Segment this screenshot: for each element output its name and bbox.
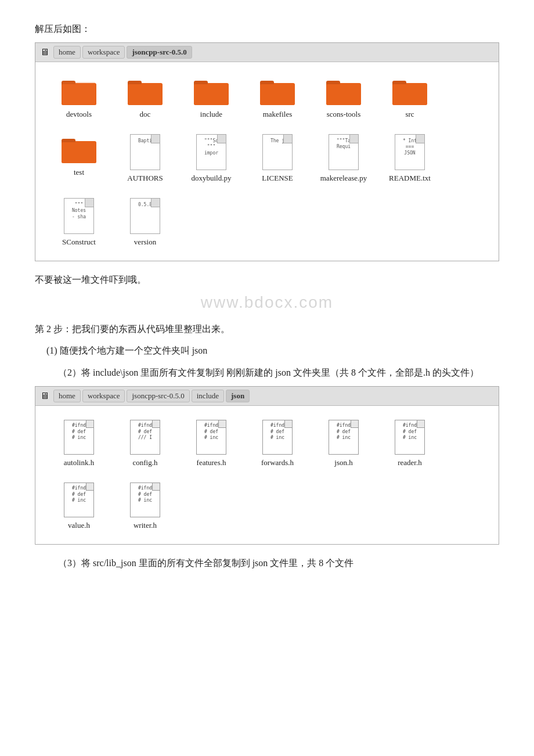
svg-rect-6 <box>128 84 163 105</box>
file-icon-sconstruct: """Notes- sha <box>64 198 94 234</box>
folder-makefiles: makefiles <box>246 71 309 124</box>
file-icon-json: #ifnd# def# inc <box>329 420 359 455</box>
no-scare-text: 不要被这一堆文件吓到哦。 <box>35 272 499 287</box>
file-config-label: config.h <box>133 458 158 467</box>
file-autolink-label: autolink.h <box>64 458 94 467</box>
file-sconstruct: """Notes- sha SConstruct <box>47 193 111 251</box>
folder-icon-include <box>193 76 230 106</box>
folder-icon-makefiles <box>259 76 296 106</box>
window-icon-2: 🖥 <box>40 391 49 401</box>
svg-rect-15 <box>326 84 361 105</box>
svg-rect-21 <box>62 142 96 163</box>
breadcrumb-jsoncpp-2[interactable]: jsoncpp-src-0.5.0 <box>127 390 189 402</box>
step2-sub2: （2）将 include\json 里面所有文件复制到 刚刚新建的 json 文… <box>35 365 499 380</box>
file-reader-label: reader.h <box>398 458 422 467</box>
file-makerelease-label: makerelease.py <box>320 174 367 183</box>
folder-include-label: include <box>200 110 222 119</box>
breadcrumb-workspace-1[interactable]: workspace <box>82 46 125 59</box>
folder-src: src <box>378 71 442 124</box>
browser-content-2: #ifnd# def# inc autolink.h #ifnd# def///… <box>35 406 499 544</box>
file-version-label: version <box>134 237 156 247</box>
file-icon-authors: Bapti <box>130 134 160 170</box>
folder-icon-scons-tools <box>325 76 362 106</box>
file-browser-2: 🖥 home workspace jsoncpp-src-0.5.0 inclu… <box>35 386 499 545</box>
intro-label: 解压后如图： <box>35 23 499 35</box>
file-icon-doxybuild: """Sc"""impor <box>196 134 226 170</box>
folder-scons-tools: scons-tools <box>312 71 376 124</box>
step2-sub1: (1) 随便找个地方建一个空文件夹叫 json <box>35 343 499 358</box>
folder-include: include <box>179 71 243 124</box>
file-doxybuild: """Sc"""impor doxybuild.py <box>179 129 243 188</box>
file-version: 0.5.8 version <box>113 193 177 251</box>
svg-rect-3 <box>63 82 95 104</box>
folder-icon-devtools <box>60 76 98 106</box>
file-authors: Bapti AUTHORS <box>113 129 177 188</box>
svg-rect-9 <box>194 84 229 105</box>
file-readme-label: README.txt <box>389 174 431 183</box>
file-forwards-label: forwards.h <box>261 458 294 467</box>
file-icon-forwards: #ifnd# def# inc <box>262 420 293 455</box>
file-license: The j LICENSE <box>246 129 309 188</box>
browser-content-1: devtools doc include makefiles scons-t <box>35 62 499 261</box>
window-icon: 🖥 <box>40 47 49 57</box>
file-icon-reader: #ifnd# def# inc <box>395 420 425 455</box>
file-writer: #ifnd# def# inc writer.h <box>113 478 177 535</box>
file-authors-label: AUTHORS <box>127 174 163 183</box>
file-value-label: value.h <box>68 521 90 530</box>
breadcrumb-include-2[interactable]: include <box>192 390 224 402</box>
file-makerelease: """TaRequi makerelease.py <box>312 129 376 188</box>
file-icon-config: #ifnd# def/// I <box>130 420 160 455</box>
breadcrumb-home-2[interactable]: home <box>53 390 81 402</box>
file-icon-version: 0.5.8 <box>130 198 160 234</box>
folder-icon-test <box>60 134 98 164</box>
breadcrumb-bar-1: 🖥 home workspace jsoncpp-src-0.5.0 <box>35 43 499 62</box>
file-readme: * Int===JSON README.txt <box>378 129 442 188</box>
folder-src-label: src <box>405 110 414 119</box>
folder-doc: doc <box>113 71 177 124</box>
watermark: www.bdocx.com <box>35 293 499 312</box>
file-reader: #ifnd# def# inc reader.h <box>378 415 442 472</box>
file-writer-label: writer.h <box>134 521 157 530</box>
breadcrumb-bar-2: 🖥 home workspace jsoncpp-src-0.5.0 inclu… <box>35 387 499 406</box>
file-features-label: features.h <box>197 458 226 467</box>
file-features: #ifnd# def# inc features.h <box>179 415 243 472</box>
svg-rect-12 <box>260 84 295 105</box>
folder-devtools-label: devtools <box>66 110 92 119</box>
folder-devtools: devtools <box>47 71 111 124</box>
svg-rect-18 <box>392 84 427 105</box>
file-config: #ifnd# def/// I config.h <box>113 415 177 472</box>
file-json-label: json.h <box>334 458 352 467</box>
file-json: #ifnd# def# inc json.h <box>312 415 376 472</box>
file-value: #ifnd# def# inc value.h <box>47 478 111 535</box>
folder-test-label: test <box>74 168 84 177</box>
folder-icon-src <box>391 76 428 106</box>
file-icon-license: The j <box>262 134 293 170</box>
file-forwards: #ifnd# def# inc forwards.h <box>246 415 309 472</box>
breadcrumb-home-1[interactable]: home <box>53 46 81 59</box>
file-sconstruct-label: SConstruct <box>62 237 96 247</box>
file-icon-writer: #ifnd# def# inc <box>130 483 160 517</box>
file-icon-autolink: #ifnd# def# inc <box>64 420 94 455</box>
folder-icon-doc <box>127 76 164 106</box>
folder-doc-label: doc <box>140 110 151 119</box>
step2-sub3: （3）将 src/lib_json 里面的所有文件全部复制到 json 文件里，… <box>35 555 499 571</box>
folder-makefiles-label: makefiles <box>263 110 293 119</box>
file-icon-readme: * Int===JSON <box>395 134 425 170</box>
breadcrumb-current-1[interactable]: jsoncpp-src-0.5.0 <box>127 46 192 59</box>
file-license-label: LICENSE <box>262 174 293 183</box>
file-icon-makerelease: """TaRequi <box>329 134 359 170</box>
file-autolink: #ifnd# def# inc autolink.h <box>47 415 111 472</box>
folder-test: test <box>47 129 111 188</box>
file-icon-features: #ifnd# def# inc <box>196 420 226 455</box>
file-browser-1: 🖥 home workspace jsoncpp-src-0.5.0 devto… <box>35 42 499 261</box>
file-doxybuild-label: doxybuild.py <box>192 174 232 183</box>
folder-scons-tools-label: scons-tools <box>327 110 361 119</box>
step2-title: 第 2 步：把我们要的东西从代码堆里整理出来。 <box>35 321 499 337</box>
file-icon-value: #ifnd# def# inc <box>64 483 94 517</box>
breadcrumb-json-2[interactable]: json <box>226 390 250 402</box>
breadcrumb-workspace-2[interactable]: workspace <box>82 390 125 402</box>
